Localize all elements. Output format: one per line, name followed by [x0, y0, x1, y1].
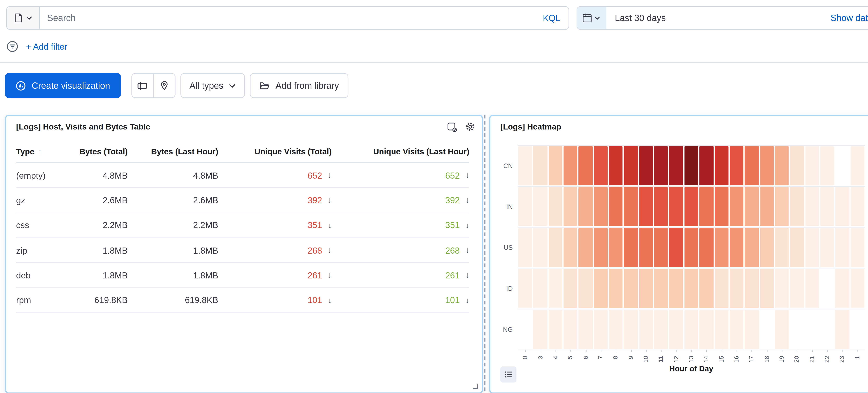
heatmap-cell[interactable]	[564, 228, 578, 267]
heatmap-cell[interactable]	[790, 228, 804, 267]
heatmap-cell[interactable]	[624, 146, 638, 185]
heatmap-cell[interactable]	[594, 269, 608, 308]
heatmap-cell[interactable]	[715, 187, 728, 226]
column-header-type[interactable]: Type↑	[16, 147, 68, 156]
cell-visits-last-hour[interactable]: 392↓	[332, 195, 469, 205]
heatmap-cell[interactable]	[805, 269, 819, 308]
heatmap-cell[interactable]	[669, 146, 683, 185]
heatmap-cell[interactable]	[639, 146, 653, 185]
heatmap-cell[interactable]	[730, 269, 744, 308]
heatmap-cell[interactable]	[730, 228, 744, 267]
panel-resizer[interactable]	[484, 115, 485, 391]
heatmap-cell[interactable]	[564, 310, 578, 349]
heatmap-cell[interactable]	[594, 228, 608, 267]
column-header-visits-total[interactable]: Unique Visits (Total)	[218, 147, 332, 156]
heatmap-cell[interactable]	[518, 146, 532, 185]
heatmap-cell[interactable]	[684, 146, 698, 185]
heatmap-cell[interactable]	[639, 187, 653, 226]
heatmap-cell[interactable]	[715, 228, 728, 267]
heatmap-cell[interactable]	[835, 310, 849, 349]
column-header-visits-last-hour[interactable]: Unique Visits (Last Hour)	[332, 147, 469, 156]
heatmap-cell[interactable]	[760, 228, 774, 267]
heatmap-cell[interactable]	[775, 187, 789, 226]
heatmap-cell[interactable]	[835, 187, 849, 226]
heatmap-cell[interactable]	[700, 146, 713, 185]
heatmap-cell[interactable]	[609, 269, 623, 308]
heatmap-cell[interactable]	[700, 310, 713, 349]
heatmap-cell[interactable]	[609, 146, 623, 185]
heatmap-cell[interactable]	[775, 228, 789, 267]
heatmap-cell[interactable]	[745, 228, 758, 267]
heatmap-cell[interactable]	[850, 269, 864, 308]
heatmap-cell[interactable]	[790, 187, 804, 226]
heatmap-cell[interactable]	[850, 146, 864, 185]
add-filter-button[interactable]: + Add filter	[26, 41, 67, 51]
heatmap-cell[interactable]	[715, 269, 728, 308]
show-dates-button[interactable]: Show dates	[831, 13, 868, 23]
heatmap-cell[interactable]	[805, 228, 819, 267]
cell-visits-total[interactable]: 101↓	[218, 295, 332, 305]
heatmap-cell[interactable]	[820, 146, 834, 185]
cell-visits-total[interactable]: 392↓	[218, 195, 332, 205]
add-control-button[interactable]	[132, 74, 153, 97]
heatmap-cell[interactable]	[654, 310, 668, 349]
cell-visits-total[interactable]: 268↓	[218, 245, 332, 255]
heatmap-cell[interactable]	[594, 187, 608, 226]
heatmap-cell[interactable]	[639, 228, 653, 267]
heatmap-cell[interactable]	[579, 146, 592, 185]
heatmap-cell[interactable]	[760, 269, 774, 308]
edit-panel-button[interactable]	[447, 122, 457, 132]
heatmap-cell[interactable]	[715, 310, 728, 349]
cell-visits-last-hour[interactable]: 101↓	[332, 295, 469, 305]
heatmap-cell[interactable]	[609, 228, 623, 267]
heatmap-cell[interactable]	[835, 228, 849, 267]
saved-query-menu-button[interactable]	[7, 7, 39, 29]
heatmap-cell[interactable]	[730, 146, 744, 185]
heatmap-cell[interactable]	[639, 310, 653, 349]
heatmap-cell[interactable]	[730, 310, 744, 349]
heatmap-cell[interactable]	[533, 310, 547, 349]
panel-resize-handle[interactable]	[472, 383, 478, 389]
heatmap-cell[interactable]	[518, 228, 532, 267]
heatmap-cell[interactable]	[579, 269, 592, 308]
heatmap-cell[interactable]	[850, 228, 864, 267]
create-visualization-button[interactable]: Create visualization	[5, 73, 121, 98]
cell-visits-last-hour[interactable]: 268↓	[332, 245, 469, 255]
heatmap-cell[interactable]	[775, 310, 789, 349]
heatmap-cell[interactable]	[805, 146, 819, 185]
heatmap-cell[interactable]	[684, 228, 698, 267]
heatmap-cell[interactable]	[775, 146, 789, 185]
heatmap-cell[interactable]	[564, 146, 578, 185]
heatmap-cell[interactable]	[518, 269, 532, 308]
heatmap-cell[interactable]	[639, 269, 653, 308]
heatmap-cell[interactable]	[579, 187, 592, 226]
heatmap-cell[interactable]	[760, 187, 774, 226]
cell-visits-total[interactable]: 351↓	[218, 220, 332, 230]
heatmap-cell[interactable]	[654, 269, 668, 308]
heatmap-cell[interactable]	[594, 146, 608, 185]
heatmap-cell[interactable]	[684, 187, 698, 226]
heatmap-cell[interactable]	[533, 146, 547, 185]
cell-visits-last-hour[interactable]: 261↓	[332, 270, 469, 280]
heatmap-cell[interactable]	[579, 228, 592, 267]
date-range-value[interactable]: Last 30 days	[606, 13, 666, 23]
heatmap-cell[interactable]	[654, 228, 668, 267]
cell-visits-last-hour[interactable]: 351↓	[332, 220, 469, 230]
add-annotation-button[interactable]	[153, 74, 175, 97]
heatmap-cell[interactable]	[564, 187, 578, 226]
heatmap-cell[interactable]	[745, 146, 758, 185]
heatmap-cell[interactable]	[730, 187, 744, 226]
heatmap-cell[interactable]	[669, 187, 683, 226]
heatmap-cell[interactable]	[654, 146, 668, 185]
all-types-dropdown[interactable]: All types	[180, 73, 245, 98]
heatmap-cell[interactable]	[549, 269, 562, 308]
heatmap-cell[interactable]	[820, 228, 834, 267]
kql-button[interactable]: KQL	[535, 7, 568, 29]
heatmap-cell[interactable]	[760, 146, 774, 185]
heatmap-cell[interactable]	[533, 269, 547, 308]
heatmap-cell[interactable]	[790, 146, 804, 185]
search-input[interactable]	[40, 7, 535, 29]
heatmap-cell[interactable]	[549, 146, 562, 185]
heatmap-cell[interactable]	[549, 310, 562, 349]
cell-visits-total[interactable]: 261↓	[218, 270, 332, 280]
